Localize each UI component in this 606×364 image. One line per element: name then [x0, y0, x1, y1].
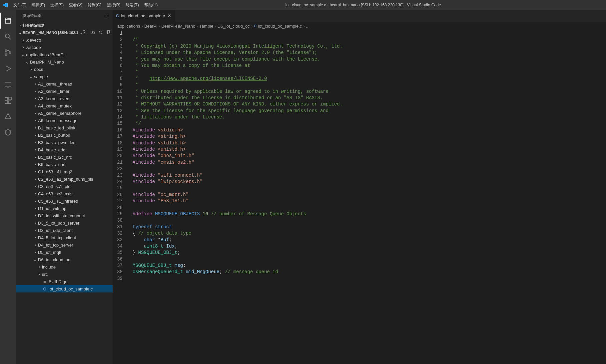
- tree-folder[interactable]: A4_kernel_mutex: [16, 102, 113, 109]
- sidebar-title: 资源管理器: [23, 13, 41, 18]
- open-editors-label: 打开的编辑器: [23, 23, 45, 28]
- tree-folder[interactable]: C1_e53_sf1_mq2: [16, 168, 113, 175]
- tree-file-buildgn[interactable]: ≡BUILD.gn: [16, 278, 113, 285]
- tabs-bar: C iot_cloud_oc_sample.c ✕: [113, 10, 606, 22]
- search-icon[interactable]: [0, 29, 16, 45]
- tree-file-sample[interactable]: Ciot_cloud_oc_sample.c: [16, 285, 113, 292]
- tree-folder[interactable]: B4_basic_adc: [16, 146, 113, 153]
- tree-folder-deveco[interactable]: .deveco: [16, 36, 113, 44]
- tree-folder[interactable]: D1_iot_wifi_ap: [16, 205, 113, 212]
- svg-rect-11: [108, 31, 110, 34]
- window-title: iot_cloud_oc_sample.c - bearpi_hm_nano […: [160, 3, 566, 7]
- code-content[interactable]: /* * Copyright (c) 2020 Nanjing Xiaoxion…: [129, 30, 606, 364]
- breadcrumbs[interactable]: applications› BearPi› BearPi-HM_Nano› sa…: [113, 22, 606, 30]
- tree-folder-d6[interactable]: D6_iot_cloud_oc: [16, 256, 113, 263]
- editor-area: C iot_cloud_oc_sample.c ✕ applications› …: [113, 10, 606, 364]
- tree-folder[interactable]: D4_iot_tcp_server: [16, 241, 113, 249]
- tree-folder[interactable]: B2_basic_button: [16, 131, 113, 139]
- tree-folder-applications[interactable]: applications/BearPi: [16, 51, 113, 58]
- deveco-icon[interactable]: [0, 108, 16, 124]
- tree-folder-include[interactable]: include: [16, 263, 113, 271]
- title-bar: 文件(F) 编辑(E) 选择(S) 查看(V) 转到(G) 运行(R) 终端(T…: [0, 0, 606, 10]
- tree-folder[interactable]: B5_basic_i2c_nfc: [16, 153, 113, 161]
- tree-folder[interactable]: B6_basic_uart: [16, 161, 113, 168]
- tree-folder[interactable]: A3_kernel_event: [16, 95, 113, 102]
- tree-folder[interactable]: A6_kernel_message: [16, 117, 113, 124]
- tree-folder[interactable]: B1_basic_led_blink: [16, 124, 113, 131]
- sidebar: 资源管理器 ··· › 打开的编辑器 ⌄ BEARPI_HM_NANO [SSH…: [16, 10, 113, 364]
- tree-folder[interactable]: D5_iot_mqtt: [16, 249, 113, 256]
- tree-folder[interactable]: D3_5_iot_udp_server: [16, 219, 113, 227]
- hexagon-icon[interactable]: [0, 124, 16, 140]
- tree-folder[interactable]: C4_e53_sc2_axis: [16, 190, 113, 197]
- breadcrumb-item[interactable]: Ciot_cloud_oc_sample.c: [254, 24, 302, 29]
- refresh-icon[interactable]: [98, 30, 103, 35]
- tree-folder[interactable]: C2_e53_ia1_temp_humi_pls: [16, 175, 113, 183]
- remote-explorer-icon[interactable]: [0, 77, 16, 92]
- menu-bar: 文件(F) 编辑(E) 选择(S) 查看(V) 转到(G) 运行(R) 终端(T…: [11, 1, 160, 9]
- extensions-icon[interactable]: [0, 92, 16, 108]
- svg-rect-10: [9, 97, 11, 100]
- svg-rect-12: [107, 31, 110, 33]
- tree-folder[interactable]: A2_kernel_timer: [16, 88, 113, 95]
- activity-bar: [0, 10, 16, 364]
- tree-folder[interactable]: C3_e53_sc1_pls: [16, 183, 113, 190]
- editor-tab[interactable]: C iot_cloud_oc_sample.c ✕: [113, 10, 176, 22]
- menu-file[interactable]: 文件(F): [11, 1, 29, 9]
- tree-folder-docs[interactable]: docs: [16, 66, 113, 73]
- code-editor[interactable]: 12345 678910 1112131415 1617181920 21222…: [113, 30, 606, 364]
- menu-run[interactable]: 运行(R): [104, 1, 123, 9]
- svg-rect-5: [5, 82, 11, 86]
- tree-folder[interactable]: D3_iot_udp_client: [16, 227, 113, 234]
- new-file-icon[interactable]: [82, 30, 87, 35]
- svg-point-3: [5, 54, 7, 56]
- breadcrumb-item[interactable]: BearPi: [144, 24, 157, 29]
- menu-edit[interactable]: 编辑(E): [29, 1, 48, 9]
- run-debug-icon[interactable]: [0, 61, 16, 77]
- breadcrumb-item[interactable]: D6_iot_cloud_oc: [218, 24, 250, 29]
- project-section[interactable]: ⌄ BEARPI_HM_NANO [SSH: 192.16...: [16, 29, 113, 36]
- c-file-icon: C: [116, 14, 119, 18]
- project-name: BEARPI_HM_NANO [SSH: 192.16...: [23, 31, 82, 35]
- tree-folder[interactable]: C5_e53_is1_infrared: [16, 197, 113, 205]
- file-tree: .deveco .vscode applications/BearPi Bear…: [16, 36, 113, 364]
- tree-folder[interactable]: D2_iot_wifi_sta_connect: [16, 212, 113, 219]
- collapse-all-icon[interactable]: [106, 30, 111, 35]
- menu-help[interactable]: 帮助(H): [142, 1, 161, 9]
- tab-label: iot_cloud_oc_sample.c: [121, 13, 165, 18]
- menu-go[interactable]: 转到(G): [85, 1, 104, 9]
- vscode-logo-icon: [3, 2, 8, 8]
- tree-folder[interactable]: A1_kernal_thread: [16, 80, 113, 88]
- tree-folder-sample[interactable]: sample: [16, 73, 113, 80]
- tree-folder[interactable]: D4_5_iot_tcp_client: [16, 234, 113, 241]
- svg-point-4: [9, 52, 11, 54]
- svg-rect-9: [8, 101, 11, 103]
- breadcrumb-more[interactable]: ...: [306, 24, 310, 29]
- svg-rect-7: [5, 97, 8, 100]
- svg-point-0: [5, 34, 9, 38]
- more-actions-icon[interactable]: ···: [104, 13, 109, 19]
- breadcrumb-item[interactable]: applications: [117, 24, 140, 29]
- svg-point-2: [5, 50, 7, 52]
- menu-terminal[interactable]: 终端(T): [123, 1, 141, 9]
- line-gutter: 12345 678910 1112131415 1617181920 21222…: [113, 30, 129, 364]
- tree-folder-bearpihm[interactable]: BearPi-HM_Nano: [16, 58, 113, 66]
- tree-folder-vscode[interactable]: .vscode: [16, 44, 113, 51]
- svg-rect-8: [5, 101, 8, 103]
- close-icon[interactable]: ✕: [167, 13, 172, 18]
- menu-selection[interactable]: 选择(S): [48, 1, 66, 9]
- open-editors-section[interactable]: › 打开的编辑器: [16, 22, 113, 29]
- breadcrumb-item[interactable]: sample: [200, 24, 214, 29]
- tree-folder-src[interactable]: src: [16, 271, 113, 278]
- tree-folder[interactable]: B3_basic_pwm_led: [16, 139, 113, 146]
- explorer-icon[interactable]: [0, 13, 16, 29]
- source-control-icon[interactable]: [0, 45, 16, 61]
- menu-view[interactable]: 查看(V): [66, 1, 85, 9]
- svg-line-1: [9, 38, 11, 39]
- tree-folder[interactable]: A5_kernel_semaphore: [16, 109, 113, 117]
- new-folder-icon[interactable]: [90, 30, 95, 35]
- breadcrumb-item[interactable]: BearPi-HM_Nano: [161, 24, 195, 29]
